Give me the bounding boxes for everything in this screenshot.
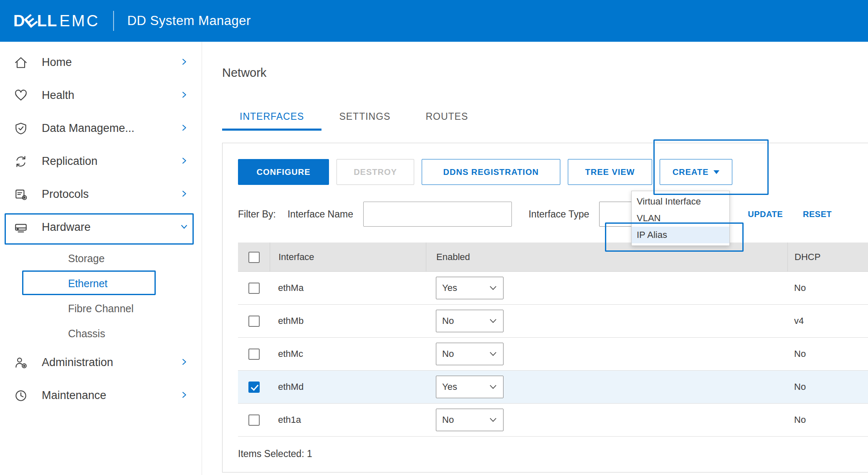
tab-bar: INTERFACES SETTINGS ROUTES xyxy=(222,110,868,131)
sidebar-item-label: Protocols xyxy=(42,188,179,201)
home-icon xyxy=(13,54,29,71)
table-row: ethMc No No xyxy=(238,338,868,371)
enabled-select[interactable]: Yes xyxy=(436,277,504,299)
update-link[interactable]: UPDATE xyxy=(748,210,783,219)
dhcp-cell: No xyxy=(787,414,868,425)
dhcp-cell: No xyxy=(787,283,868,293)
chevron-down-icon xyxy=(490,286,497,291)
row-checkbox[interactable] xyxy=(248,316,260,327)
sidebar-item-hardware[interactable]: Hardware xyxy=(0,211,202,244)
configure-button[interactable]: CONFIGURE xyxy=(238,159,329,185)
interface-name-cell: ethMc xyxy=(270,349,426,359)
menu-item-label: Virtual Interface xyxy=(637,196,701,207)
row-checkbox[interactable] xyxy=(248,414,260,426)
tab-interfaces[interactable]: INTERFACES xyxy=(222,110,321,131)
main-content: Network INTERFACES SETTINGS ROUTES CONFI… xyxy=(202,42,868,475)
protocols-gear-icon xyxy=(13,186,29,203)
row-checkbox[interactable] xyxy=(248,349,260,360)
dhcp-cell: No xyxy=(787,349,868,359)
interface-name-input[interactable] xyxy=(363,202,512,227)
enabled-select[interactable]: No xyxy=(436,343,504,365)
chevron-right-icon xyxy=(179,90,189,101)
subitem-label: Ethernet xyxy=(68,278,108,290)
clock-icon xyxy=(13,387,29,404)
sidebar-item-label: Hardware xyxy=(42,221,179,234)
subitem-label: Chassis xyxy=(68,328,105,340)
sidebar-item-protocols[interactable]: Protocols xyxy=(0,178,202,211)
select-all-checkbox[interactable] xyxy=(248,252,260,263)
select-all-header-cell xyxy=(238,243,270,272)
sidebar-item-replication[interactable]: Replication xyxy=(0,145,202,178)
chevron-down-icon xyxy=(490,352,497,356)
chevron-down-icon xyxy=(490,385,497,389)
chevron-right-icon xyxy=(179,189,189,200)
sidebar-subitem-storage[interactable]: Storage xyxy=(0,246,202,271)
hardware-drive-icon xyxy=(13,219,29,236)
enabled-column-header: Enabled xyxy=(426,243,787,272)
enabled-select[interactable]: No xyxy=(436,409,504,431)
enabled-value: Yes xyxy=(442,382,457,392)
tab-settings[interactable]: SETTINGS xyxy=(321,110,408,131)
interface-name-cell: ethMa xyxy=(270,283,426,293)
enabled-select[interactable]: No xyxy=(436,310,504,332)
tree-view-button[interactable]: TREE VIEW xyxy=(568,159,652,185)
sidebar-item-administration[interactable]: Administration xyxy=(0,346,202,379)
caret-down-icon xyxy=(714,170,719,174)
sidebar-item-maintenance[interactable]: Maintenance xyxy=(0,379,202,412)
create-menu-item[interactable]: IP Alias xyxy=(632,227,729,243)
top-header-bar: D E LL EMC DD System Manager xyxy=(0,0,868,42)
logo-emc: EMC xyxy=(59,12,99,30)
ddns-registration-button[interactable]: DDNS REGISTRATION xyxy=(422,159,560,185)
enabled-value: No xyxy=(442,414,454,425)
create-menu-item[interactable]: VLAN xyxy=(632,210,729,227)
tab-routes[interactable]: ROUTES xyxy=(408,110,486,131)
interface-name-cell: eth1a xyxy=(270,414,426,425)
interface-name-cell: ethMd xyxy=(270,382,426,392)
sidebar-item-label: Home xyxy=(42,56,179,69)
create-menu-item[interactable]: Virtual Interface xyxy=(632,193,729,210)
chevron-down-icon xyxy=(490,319,497,323)
reset-link[interactable]: RESET xyxy=(803,210,832,219)
enabled-value: No xyxy=(442,349,454,359)
logo-letter: LL xyxy=(37,12,57,30)
interface-table-body: ethMa Yes No ethMb No v4 xyxy=(238,272,868,437)
interface-type-label: Interface Type xyxy=(529,209,589,220)
sync-arrows-icon xyxy=(13,153,29,170)
dell-emc-logo: D E LL EMC xyxy=(13,12,100,30)
header-divider xyxy=(113,11,114,31)
sidebar-item-label: Replication xyxy=(42,155,179,168)
create-button[interactable]: CREATE xyxy=(660,159,732,185)
row-checkbox[interactable] xyxy=(248,382,260,393)
filter-row: Filter By: Interface Name Interface Type… xyxy=(223,202,868,227)
enabled-value: No xyxy=(442,316,454,326)
enabled-value: Yes xyxy=(442,283,457,293)
sidebar-item-label: Health xyxy=(42,89,179,102)
menu-item-label: IP Alias xyxy=(637,230,667,240)
enabled-select[interactable]: Yes xyxy=(436,376,504,398)
row-checkbox[interactable] xyxy=(248,283,260,294)
sidebar-item-label: Maintenance xyxy=(42,389,179,402)
dhcp-cell: v4 xyxy=(787,316,868,326)
chevron-right-icon xyxy=(179,123,189,134)
chevron-down-icon xyxy=(490,418,497,422)
interface-table-header: Interface Enabled DHCP xyxy=(238,243,868,272)
interface-column-header: Interface xyxy=(270,243,426,272)
admin-user-gear-icon xyxy=(13,354,29,371)
sidebar-item-home[interactable]: Home xyxy=(0,46,202,79)
interfaces-panel: CONFIGURE DESTROY DDNS REGISTRATION TREE… xyxy=(222,143,868,472)
dhcp-column-header: DHCP xyxy=(787,243,868,272)
sidebar-item-health[interactable]: Health xyxy=(0,79,202,112)
sidebar-item-data-management[interactable]: Data Manageme... xyxy=(0,112,202,145)
sidebar-subitem-fibre-channel[interactable]: Fibre Channel xyxy=(0,296,202,321)
sidebar-subitem-chassis[interactable]: Chassis xyxy=(0,321,202,346)
app-title: DD System Manager xyxy=(127,13,251,28)
sidebar-item-label: Data Manageme... xyxy=(42,122,179,135)
sidebar-subitem-ethernet[interactable]: Ethernet xyxy=(0,271,202,296)
chevron-right-icon xyxy=(179,156,189,167)
shield-icon xyxy=(13,120,29,137)
interface-table: Interface Enabled DHCP ethMa Yes No ethM… xyxy=(238,243,868,437)
toolbar: CONFIGURE DESTROY DDNS REGISTRATION TREE… xyxy=(223,143,868,185)
menu-item-label: VLAN xyxy=(637,213,660,224)
destroy-button[interactable]: DESTROY xyxy=(337,159,414,185)
interface-name-cell: ethMb xyxy=(270,316,426,326)
